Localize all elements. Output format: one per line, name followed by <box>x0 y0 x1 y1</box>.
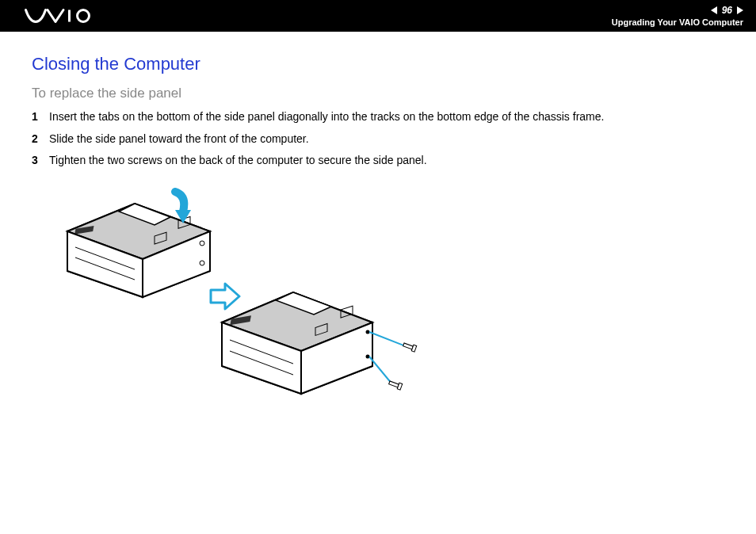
svg-point-23 <box>366 354 370 358</box>
steps-list: 1 Insert the tabs on the bottom of the s… <box>32 109 724 169</box>
svg-point-1 <box>78 10 90 22</box>
header-bar: 96 Upgrading Your VAIO Computer <box>0 0 756 32</box>
page-content: Closing the Computer To replace the side… <box>0 32 756 441</box>
svg-marker-12 <box>175 210 191 223</box>
svg-rect-28 <box>389 381 399 387</box>
page-nav: 96 <box>711 5 743 16</box>
svg-line-24 <box>369 332 406 346</box>
panel-insert-arrow-icon <box>155 188 195 231</box>
step-number: 1 <box>32 109 49 125</box>
list-item: 2 Slide the side panel toward the front … <box>32 132 724 147</box>
header-right: 96 Upgrading Your VAIO Computer <box>612 5 743 27</box>
illustration <box>59 188 440 425</box>
prev-page-icon[interactable] <box>711 6 717 14</box>
list-item: 1 Insert the tabs on the bottom of the s… <box>32 109 724 125</box>
step-text: Tighten the two screws on the back of th… <box>49 153 427 169</box>
list-item: 3 Tighten the two screws on the back of … <box>32 153 724 169</box>
step-text: Insert the tabs on the bottom of the sid… <box>49 109 604 125</box>
chassis-illustration-2 <box>214 275 420 410</box>
svg-point-22 <box>366 330 370 334</box>
svg-line-25 <box>369 357 392 384</box>
next-page-icon[interactable] <box>737 6 743 14</box>
step-number: 2 <box>32 132 49 147</box>
page-subtitle: To replace the side panel <box>32 86 724 101</box>
vaio-logo <box>20 8 107 24</box>
step-text: Slide the side panel toward the front of… <box>49 132 309 147</box>
page-number: 96 <box>722 5 732 16</box>
page-title: Closing the Computer <box>32 54 724 74</box>
svg-rect-0 <box>68 10 71 22</box>
svg-rect-26 <box>403 343 414 349</box>
section-label: Upgrading Your VAIO Computer <box>612 17 743 27</box>
step-number: 3 <box>32 153 49 169</box>
